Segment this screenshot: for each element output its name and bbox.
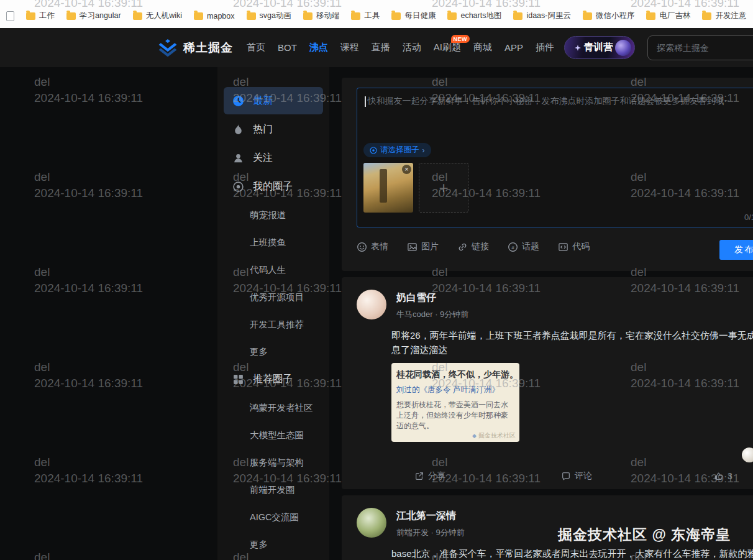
nav-item[interactable]: AI刷题 NEW (434, 42, 461, 53)
sidebar-circle-item[interactable]: 前端开发圈 (217, 476, 329, 503)
sidebar-item-hot[interactable]: 热门 (224, 116, 323, 143)
post-author-name[interactable]: 江北第一深情 (396, 508, 465, 523)
sidebar-circle-item[interactable]: 更多 (217, 338, 329, 365)
bookmark-item[interactable]: 微信小程序 (583, 11, 635, 21)
bookmark-label: idaas-阿里云 (526, 11, 571, 21)
sidebar-circle-item[interactable]: 优秀开源项目 (217, 283, 329, 311)
quote-card[interactable]: 桂花同载酒，终不似，少年游。 刘过的《唐多令 芦叶满汀洲》 想要折枝桂花，带壶美… (391, 363, 519, 442)
composer-editor[interactable]: 快和掘友一起分享新鲜事！告诉你个小秘密，发布沸点时添加圈子和话题会被更多掘友看到… (357, 88, 753, 227)
watermark-text: del2024-10-14 16:39:11 (34, 264, 143, 296)
juejin-logo[interactable]: 稀土掘金 (157, 39, 233, 57)
nav-item[interactable]: BOT (278, 42, 297, 53)
quote-title: 桂花同载酒，终不似，少年游。 (396, 369, 514, 380)
sidebar-circle-item[interactable]: 代码人生 (217, 256, 329, 283)
clock-icon (232, 95, 244, 107)
svg-text:#: # (511, 244, 514, 250)
search-input[interactable] (657, 43, 753, 53)
nav-item[interactable]: 沸点 (309, 42, 328, 53)
sidebar-item-label: 最新 (253, 94, 273, 108)
sidebar-circle-item[interactable]: 更多 (217, 531, 329, 558)
page-icon[interactable] (6, 11, 14, 21)
bookmark-item[interactable]: svga动画 (247, 11, 291, 21)
sidebar-item-follow[interactable]: 关注 (224, 144, 323, 172)
nav-item[interactable]: 活动 (403, 42, 421, 53)
nav-item-label: APP (504, 42, 523, 53)
nav-item[interactable]: 直播 (372, 42, 390, 53)
sidebar-item-recommend-circles[interactable]: 推荐圈子 (224, 365, 323, 393)
planet-icon (615, 40, 631, 56)
comment-button[interactable]: 评论 (503, 470, 650, 482)
folder-icon (583, 12, 592, 20)
nav-item[interactable]: 首页 (247, 42, 265, 53)
pins-feed: 快和掘友一起分享新鲜事！告诉你个小秘密，发布沸点时添加圈子和话题会被更多掘友看到… (342, 67, 753, 560)
post-author-block: 奶白雪仔 牛马coder · 9分钟前 (396, 290, 468, 320)
sidebar-circle-item[interactable]: 上班摸鱼 (217, 229, 329, 256)
main-nav: 首页 BOT 沸点 课程 直播 (247, 42, 554, 53)
folder-icon (351, 12, 360, 20)
post-meta: 前端开发 · 9分钟前 (396, 527, 465, 538)
nav-item-label: BOT (278, 42, 297, 53)
nav-item[interactable]: 商城 (473, 42, 492, 53)
uploaded-image-thumbnail[interactable]: × (363, 163, 413, 213)
folder-icon (391, 12, 401, 20)
like-button[interactable]: 3 (650, 470, 753, 482)
bookmark-item[interactable]: 学习angular (66, 11, 121, 21)
bookmark-item[interactable]: mapbox (194, 12, 234, 21)
sidebar-circle-item[interactable]: 开发工具推荐 (217, 311, 329, 338)
my-circles-icon (232, 181, 244, 193)
bookmark-label: 开发注意 (715, 11, 746, 21)
follow-icon (232, 152, 244, 164)
sidebar-circle-item[interactable]: AIGC交流圈 (217, 503, 329, 531)
youth-camp-button[interactable]: 青训营 (564, 36, 635, 59)
bookmark-item[interactable]: 电厂吉林 (646, 11, 690, 21)
select-circle-button[interactable]: 请选择圈子 › (363, 143, 431, 157)
bookmark-item[interactable]: 开发注意 (702, 11, 746, 21)
folder-icon (66, 12, 76, 20)
big-watermark: 掘金技术社区 @ 东海帝皇 (558, 525, 731, 544)
nav-item-label: 商城 (473, 42, 492, 52)
sidebar-circle-item[interactable]: 鸿蒙开发者社区 (217, 394, 329, 421)
nav-item[interactable]: 插件 (536, 42, 554, 53)
bookmark-label: 电厂吉林 (659, 11, 690, 21)
nav-item-label: 活动 (403, 42, 421, 52)
folder-icon (303, 12, 313, 20)
nav-item[interactable]: APP (504, 42, 523, 53)
sidebar-circle-item[interactable]: 萌宠报道 (217, 201, 329, 229)
topic-tool[interactable]: # 话题 (508, 241, 539, 252)
bookmark-item[interactable]: 工具 (351, 11, 380, 21)
post-author-name[interactable]: 奶白雪仔 (396, 290, 468, 305)
bookmark-item[interactable]: echarts地图 (447, 11, 501, 21)
tool-label: 表情 (371, 241, 388, 252)
sidebar-item-latest[interactable]: 最新 (224, 87, 323, 114)
nav-item-label: 直播 (372, 42, 390, 52)
avatar[interactable] (357, 508, 386, 538)
link-tool[interactable]: 链接 (457, 241, 489, 252)
char-counter: 0/1000 (744, 213, 753, 222)
add-image-tile[interactable]: + (419, 163, 468, 213)
floating-avatar[interactable] (742, 448, 753, 462)
share-button[interactable]: 分享 (357, 470, 503, 482)
publish-button[interactable]: 发布 (719, 240, 753, 260)
image-tool[interactable]: 图片 (407, 241, 439, 252)
remove-image-icon[interactable]: × (402, 165, 411, 174)
bookmark-label: 学习angular (80, 11, 121, 21)
bookmark-item[interactable]: 无人机wiki (133, 11, 182, 21)
share-label: 分享 (428, 470, 445, 482)
quote-link[interactable]: 刘过的《唐多令 芦叶满汀洲》 (396, 385, 514, 395)
nav-item-label: 沸点 (309, 42, 328, 52)
sidebar-circle-item[interactable]: 大模型生态圈 (217, 421, 329, 449)
image-icon (407, 242, 418, 252)
code-tool[interactable]: 代码 (558, 241, 590, 252)
avatar[interactable] (357, 290, 386, 319)
bookmark-label: mapbox (207, 12, 234, 21)
bookmark-item[interactable]: 移动端 (303, 11, 340, 21)
bookmark-item[interactable]: 工作 (26, 11, 55, 21)
bookmark-item[interactable]: idaas-阿里云 (513, 11, 571, 21)
emoji-tool[interactable]: 表情 (357, 241, 388, 252)
nav-item[interactable]: 课程 (340, 42, 359, 53)
sidebar-item-my-circles[interactable]: 我的圈子 (224, 173, 323, 200)
bookmark-item[interactable]: 每日健康 (391, 11, 436, 21)
sidebar-circle-item[interactable]: 服务端与架构 (217, 449, 329, 476)
folder-icon (26, 12, 35, 20)
code-icon (558, 242, 568, 252)
